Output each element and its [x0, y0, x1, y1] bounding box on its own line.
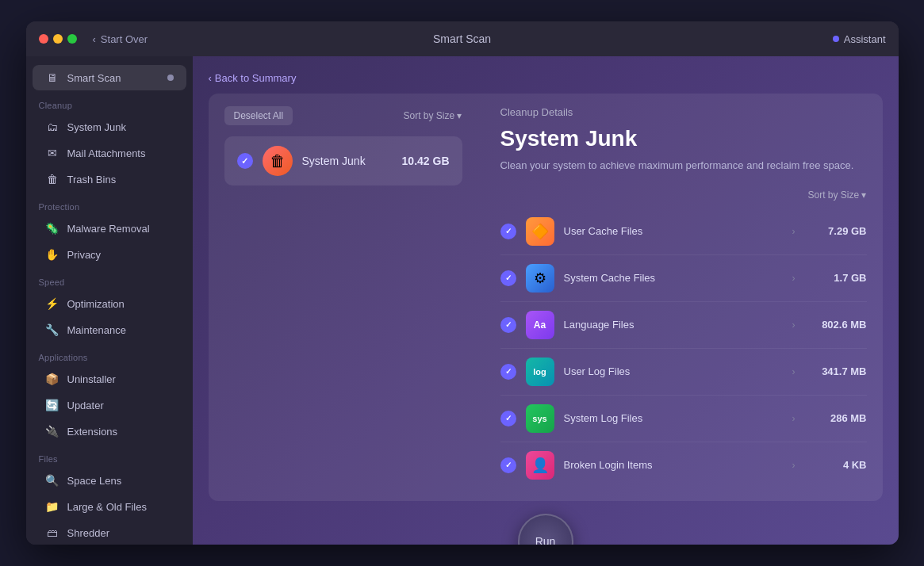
cleanup-details-header: Cleanup Details	[500, 106, 867, 118]
sidebar-badge	[167, 75, 174, 81]
back-to-summary-button[interactable]: ‹ Back to Summary	[209, 72, 883, 84]
app-window: ‹ Start Over Smart Scan Assistant 🖥 Smar…	[26, 21, 899, 545]
detail-item-system-cache[interactable]: ⚙ System Cache Files › 1.7 GB	[500, 255, 867, 302]
assistant-area: Assistant	[833, 33, 886, 45]
sidebar-item-optimization[interactable]: ⚡ Optimization	[33, 291, 186, 316]
sidebar-item-trash-bins[interactable]: 🗑 Trash Bins	[33, 166, 186, 192]
sidebar-item-label: Privacy	[67, 249, 102, 261]
shredder-icon: 🗃	[45, 526, 59, 540]
panel-title: System Junk	[500, 126, 867, 151]
detail-item-broken-login[interactable]: 👤 Broken Login Items › 4 KB	[500, 442, 867, 488]
sidebar-item-maintenance[interactable]: 🔧 Maintenance	[33, 317, 186, 342]
sidebar-item-label: Updater	[67, 400, 104, 411]
sidebar-item-smart-scan[interactable]: 🖥 Smart Scan	[33, 65, 186, 90]
uninstaller-icon: 📦	[45, 372, 59, 386]
chevron-left-icon: ‹	[209, 72, 212, 84]
left-column: Deselect All Sort by Size ▾ 🗑 System Jun…	[224, 106, 462, 488]
cleanup-panel: Deselect All Sort by Size ▾ 🗑 System Jun…	[209, 94, 883, 501]
privacy-icon: ✋	[45, 247, 59, 262]
sidebar-item-updater[interactable]: 🔄 Updater	[33, 392, 186, 418]
chevron-right-icon: ›	[792, 319, 796, 331]
optimization-icon: ⚡	[45, 296, 59, 311]
sidebar-item-malware-removal[interactable]: 🦠 Malware Removal	[33, 216, 186, 241]
start-over-label: Start Over	[101, 33, 148, 45]
cleanup-section-label: Cleanup	[26, 91, 193, 113]
sidebar-item-large-old-files[interactable]: 📁 Large & Old Files	[33, 494, 186, 519]
traffic-lights	[39, 34, 77, 44]
sidebar-item-system-junk[interactable]: 🗂 System Junk	[33, 114, 186, 140]
close-button[interactable]	[39, 34, 48, 44]
system-junk-circle-icon: 🗑	[263, 146, 293, 176]
maximize-button[interactable]	[67, 34, 77, 44]
user-cache-check-icon	[500, 224, 516, 239]
panel-description: Clean your system to achieve maximum per…	[500, 158, 867, 174]
main-layout: 🖥 Smart Scan Cleanup 🗂 System Junk ✉ Mai…	[26, 56, 899, 545]
sidebar-item-mail-attachments[interactable]: ✉ Mail Attachments	[33, 140, 186, 166]
system-cache-name: System Cache Files	[564, 272, 783, 284]
system-cache-check-icon	[500, 270, 516, 286]
deselect-all-button[interactable]: Deselect All	[224, 106, 293, 125]
system-cache-icon: ⚙	[526, 264, 554, 293]
back-label: Back to Summary	[215, 72, 297, 84]
window-title: Smart Scan	[433, 33, 491, 45]
start-over-button[interactable]: ‹ Start Over	[93, 33, 148, 45]
sidebar-item-label: Large & Old Files	[67, 501, 147, 513]
run-button-container: Run	[209, 501, 883, 545]
system-junk-item[interactable]: 🗑 System Junk 10.42 GB	[224, 136, 462, 185]
sidebar-item-extensions[interactable]: 🔌 Extensions	[33, 419, 186, 444]
sidebar-item-label: Extensions	[67, 426, 118, 438]
minimize-button[interactable]	[53, 34, 63, 44]
system-junk-size: 10.42 GB	[402, 155, 450, 167]
sidebar-item-shredder[interactable]: 🗃 Shredder	[33, 520, 186, 545]
maintenance-icon: 🔧	[45, 323, 59, 337]
chevron-right-icon: ›	[792, 460, 796, 471]
system-log-name: System Log Files	[564, 412, 783, 424]
sort-by-size-label[interactable]: Sort by Size ▾	[403, 110, 462, 121]
detail-item-user-log[interactable]: log User Log Files › 341.7 MB	[500, 349, 867, 396]
updater-icon: 🔄	[45, 398, 59, 412]
applications-section-label: Applications	[26, 343, 193, 365]
sidebar-item-privacy[interactable]: ✋ Privacy	[33, 242, 186, 267]
sidebar-item-label: System Junk	[67, 121, 126, 133]
assistant-dot-icon	[833, 36, 839, 42]
run-button[interactable]: Run	[518, 514, 573, 545]
content-area: ‹ Back to Summary Deselect All Sort by S…	[193, 56, 899, 545]
broken-login-size: 4 KB	[811, 459, 867, 471]
space-lens-icon: 🔍	[45, 473, 59, 488]
files-section-label: Files	[26, 445, 193, 467]
detail-sort-label[interactable]: Sort by Size ▾	[500, 189, 867, 201]
assistant-label[interactable]: Assistant	[844, 33, 886, 45]
sidebar-item-label: Space Lens	[67, 475, 122, 487]
detail-item-system-log[interactable]: sys System Log Files › 286 MB	[500, 396, 867, 442]
system-junk-check-icon	[237, 153, 253, 169]
titlebar: ‹ Start Over Smart Scan Assistant	[26, 21, 899, 56]
user-cache-name: User Cache Files	[564, 225, 783, 237]
broken-login-name: Broken Login Items	[564, 459, 783, 471]
broken-login-icon: 👤	[526, 451, 554, 480]
broken-login-check-icon	[500, 457, 516, 473]
sidebar-item-label: Shredder	[67, 527, 109, 539]
sidebar-item-label: Uninstaller	[67, 373, 116, 385]
sidebar-item-label: Trash Bins	[67, 174, 117, 185]
speed-section-label: Speed	[26, 268, 193, 290]
user-log-icon: log	[526, 358, 554, 386]
chevron-right-icon: ›	[792, 413, 796, 424]
user-cache-size: 7.29 GB	[811, 225, 867, 237]
system-log-size: 286 MB	[811, 412, 867, 424]
chevron-right-icon: ›	[792, 226, 796, 237]
chevron-right-icon: ›	[792, 273, 796, 284]
sidebar-item-label: Maintenance	[67, 324, 126, 336]
malware-icon: 🦠	[45, 221, 59, 235]
detail-item-user-cache[interactable]: 🔶 User Cache Files › 7.29 GB	[500, 208, 867, 255]
sidebar-item-space-lens[interactable]: 🔍 Space Lens	[33, 468, 186, 493]
user-cache-icon: 🔶	[526, 217, 554, 246]
language-files-check-icon	[500, 317, 516, 333]
language-files-icon: Aa	[526, 311, 554, 339]
detail-item-language-files[interactable]: Aa Language Files › 802.6 MB	[500, 302, 867, 349]
sidebar: 🖥 Smart Scan Cleanup 🗂 System Junk ✉ Mai…	[26, 56, 193, 545]
protection-section-label: Protection	[26, 193, 193, 215]
sidebar-item-uninstaller[interactable]: 📦 Uninstaller	[33, 366, 186, 392]
user-log-check-icon	[500, 364, 516, 380]
trash-icon: 🗑	[45, 172, 59, 186]
language-files-size: 802.6 MB	[811, 319, 867, 331]
